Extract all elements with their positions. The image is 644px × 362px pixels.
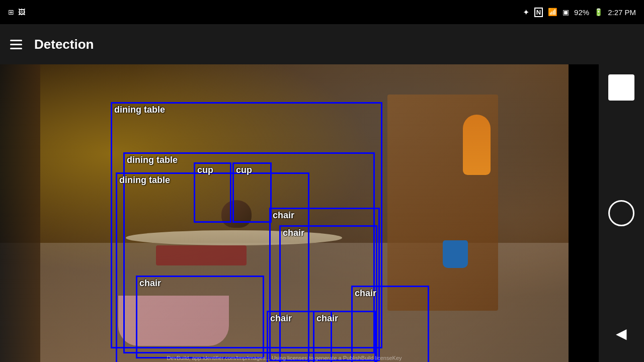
camera-view: dining table dining table dining table c…: [0, 64, 569, 362]
detection-label-cup-1: cup: [197, 165, 213, 175]
status-icons: ✦ N 📶 ▣ 92% 🔋 2:27 PM: [523, 8, 636, 17]
bluetooth-icon: ✦: [523, 8, 529, 17]
detection-label-dining-table-2: dining table: [127, 155, 178, 165]
left-shadow: [0, 64, 40, 362]
app-bar: Detection: [0, 24, 644, 64]
detection-label-dining-table-1: dining table: [114, 105, 165, 115]
detection-label-chair-1: chair: [273, 210, 294, 221]
main-content: dining table dining table dining table c…: [0, 64, 599, 362]
nfc-icon: N: [534, 8, 543, 17]
detection-box-chair-6: chair: [351, 286, 429, 362]
status-bar-left: ⊞ 🖼: [8, 8, 25, 16]
detection-box-cup-1: cup: [194, 162, 231, 223]
back-button[interactable]: ◀: [616, 325, 627, 342]
orange-container: [463, 115, 491, 175]
detection-label-dining-table-3: dining table: [119, 175, 170, 186]
battery-icon: 🔋: [594, 8, 603, 16]
detection-label-chair-6: chair: [355, 288, 376, 299]
hamburger-menu-button[interactable]: [10, 40, 22, 49]
battery-percentage: 92%: [574, 8, 589, 17]
status-bar: ⊞ 🖼 ✦ N 📶 ▣ 92% 🔋 2:27 PM: [0, 0, 644, 24]
app-icon-2: 🖼: [18, 8, 25, 16]
stop-button[interactable]: [608, 74, 634, 101]
sim-icon: ▣: [562, 8, 569, 16]
detection-label-chair-4: chair: [270, 313, 292, 324]
blue-bucket: [443, 240, 468, 268]
page-title: Detection: [34, 37, 94, 52]
detection-label-chair-3: chair: [139, 278, 161, 289]
right-panel: ◀: [599, 64, 644, 362]
watermark: DevBuild, app.identifier.com/tmp/images.…: [0, 355, 569, 361]
detection-box-cup-2: cup: [232, 162, 272, 223]
detection-box-chair-3: chair: [136, 276, 264, 358]
app-icon-1: ⊞: [8, 8, 14, 16]
time-display: 2:27 PM: [608, 8, 636, 17]
detection-label-chair-2: chair: [283, 228, 304, 238]
record-button[interactable]: [608, 200, 634, 226]
detection-label-cup-2: cup: [236, 165, 252, 175]
detection-label-chair-5: chair: [316, 313, 338, 324]
wifi-icon: 📶: [548, 8, 557, 17]
